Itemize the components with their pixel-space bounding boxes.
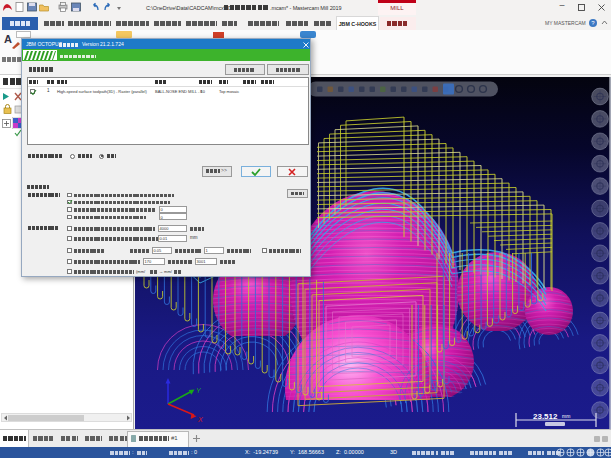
svg-text:X: X	[197, 416, 203, 423]
svg-text:23.512: 23.512	[533, 412, 558, 421]
svg-text:mm: mm	[562, 413, 570, 419]
